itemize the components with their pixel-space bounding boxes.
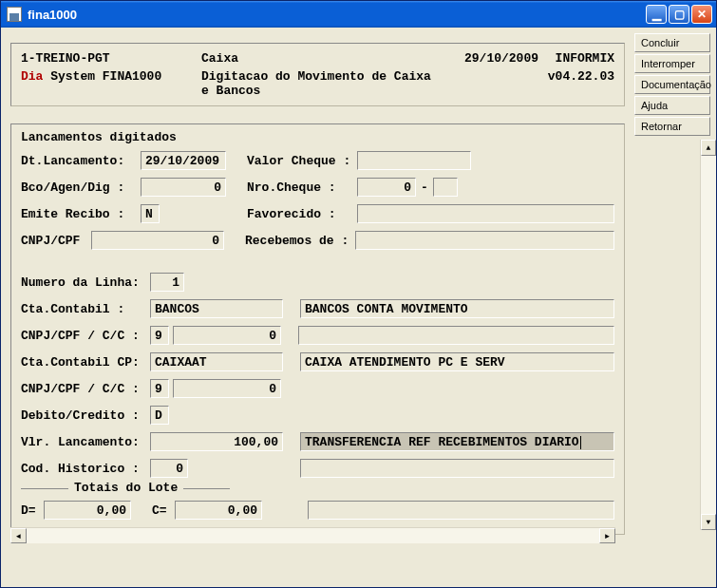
- desc-cod-historico: [300, 459, 614, 478]
- row-debito-credito: Debito/Credito : D: [21, 405, 614, 426]
- label-nro-cheque: Nro.Cheque :: [247, 180, 353, 195]
- desc-cta-contabil: BANCOS CONTA MOVIMENTO: [300, 299, 614, 318]
- scroll-right-button[interactable]: ►: [599, 528, 615, 543]
- row-cnpj-cpf: CNPJ/CPF 0 Recebemos de :: [21, 230, 614, 251]
- row-dt-lancamento: Dt.Lancamento: 29/10/2009 Valor Cheque :: [21, 150, 614, 171]
- label-numero-linha: Numero da Linha:: [21, 275, 146, 290]
- scroll-left-button[interactable]: ◄: [10, 528, 27, 543]
- scrollbar-horizontal[interactable]: ◄ ►: [10, 527, 615, 543]
- desc-extra: [308, 501, 614, 520]
- input-cod-historico[interactable]: 0: [150, 459, 188, 478]
- value-total-c: 0,00: [175, 501, 262, 520]
- concluir-button[interactable]: Concluir: [634, 33, 710, 52]
- vlr-lancamento-desc-text: TRANSFERENCIA REF RECEBIMENTOS DIARIO: [305, 435, 579, 449]
- row-numero-linha: Numero da Linha: 1: [21, 272, 614, 293]
- header-row-2: Dia System FINA1000 Digitacao do Movimen…: [21, 69, 614, 98]
- desc-cta-contabil-cp: CAIXA ATENDIMENTO PC E SERV: [300, 352, 614, 371]
- input-vlr-lancamento[interactable]: 100,00: [150, 432, 283, 451]
- label-c: C=: [152, 503, 171, 518]
- input-favorecido[interactable]: [357, 204, 614, 223]
- label-emite-recibo: Emite Recibo :: [21, 207, 137, 221]
- input-cnpj-cc2-a[interactable]: 9: [150, 379, 169, 398]
- input-cnpj-cc-b[interactable]: 0: [173, 326, 281, 345]
- header-spacer: [434, 69, 538, 98]
- input-dt-lancamento[interactable]: 29/10/2009: [141, 151, 226, 170]
- input-valor-cheque[interactable]: [357, 151, 471, 170]
- desc-cnpj-cc: [298, 326, 614, 345]
- titlebar: fina1000 ▁ ▢ ✕: [1, 1, 716, 28]
- window-title: fina1000: [28, 8, 646, 22]
- dia-label: Dia: [21, 69, 43, 84]
- header-date: 29/10/2009: [434, 51, 538, 66]
- input-debito-credito[interactable]: D: [150, 406, 169, 425]
- row-cnpj-cc: CNPJ/CPF / C/C : 9 0: [21, 325, 614, 346]
- scroll-v-track[interactable]: [701, 156, 716, 514]
- input-cnpj-cc2-b[interactable]: 0: [173, 379, 281, 398]
- label-cnpj-cc-2: CNPJ/CPF / C/C :: [21, 382, 146, 396]
- row-cta-contabil-cp: Cta.Contabil CP: CAIXAAT CAIXA ATENDIMEN…: [21, 351, 614, 372]
- row-cta-contabil: Cta.Contabil : BANCOS BANCOS CONTA MOVIM…: [21, 298, 614, 319]
- scrollbar-vertical[interactable]: ▲ ▼: [700, 140, 716, 530]
- input-nro-cheque[interactable]: 0: [357, 178, 416, 197]
- label-cnpj-cpf: CNPJ/CPF: [21, 234, 87, 248]
- header-row-1: 1-TREINO-PGT Caixa 29/10/2009 INFORMIX: [21, 51, 614, 66]
- close-button[interactable]: ✕: [691, 5, 712, 24]
- close-icon: ✕: [697, 8, 707, 21]
- scroll-h-track[interactable]: [27, 528, 599, 543]
- minimize-button[interactable]: ▁: [646, 5, 667, 24]
- header-version: v04.22.03: [538, 69, 614, 98]
- input-bco-agen[interactable]: 0: [141, 178, 226, 197]
- row-bco-agen: Bco/Agen/Dig : 0 Nro.Cheque : 0 -: [21, 177, 614, 198]
- window-buttons: ▁ ▢ ✕: [646, 5, 712, 24]
- label-bco-agen: Bco/Agen/Dig :: [21, 180, 137, 195]
- label-totais-lote: Totais do Lote: [68, 481, 183, 495]
- value-total-d: 0,00: [44, 501, 131, 520]
- row-cnpj-cc-2: CNPJ/CPF / C/C : 9 0: [21, 378, 614, 399]
- maximize-icon: ▢: [674, 8, 685, 21]
- header-context: 1-TREINO-PGT: [21, 51, 201, 66]
- documentacao-button[interactable]: Documentação: [634, 75, 710, 94]
- label-cod-historico: Cod. Historico :: [21, 462, 146, 476]
- row-emite-recibo: Emite Recibo : N Favorecido :: [21, 203, 614, 224]
- scroll-up-button[interactable]: ▲: [701, 140, 716, 156]
- text-caret: [580, 436, 581, 449]
- header-description: Digitacao do Movimento de Caixa e Bancos: [201, 69, 434, 98]
- header-box: 1-TREINO-PGT Caixa 29/10/2009 INFORMIX D…: [10, 43, 625, 106]
- label-cta-contabil-cp: Cta.Contabil CP:: [21, 355, 146, 370]
- input-vlr-lancamento-desc[interactable]: TRANSFERENCIA REF RECEBIMENTOS DIARIO: [300, 432, 614, 451]
- form-rows: Dt.Lancamento: 29/10/2009 Valor Cheque :…: [21, 150, 614, 521]
- nro-cheque-dash: -: [420, 180, 429, 195]
- label-dt-lancamento: Dt.Lancamento:: [21, 154, 137, 168]
- header-module: Caixa: [201, 51, 434, 66]
- form-box: Lancamentos digitados Dt.Lancamento: 29/…: [10, 123, 625, 535]
- label-cta-contabil: Cta.Contabil :: [21, 302, 146, 316]
- input-cnpj-cc-a[interactable]: 9: [150, 326, 169, 345]
- app-icon: [7, 7, 22, 22]
- ajuda-button[interactable]: Ajuda: [634, 96, 710, 115]
- main-panel: 1-TREINO-PGT Caixa 29/10/2009 INFORMIX D…: [1, 28, 634, 587]
- system-label: System FINA1000: [43, 69, 161, 84]
- row-totais: D= 0,00 C= 0,00: [21, 500, 614, 521]
- label-debito-credito: Debito/Credito :: [21, 408, 146, 423]
- label-recebemos-de: Recebemos de :: [245, 234, 351, 248]
- input-nro-cheque-suf[interactable]: [433, 178, 458, 197]
- input-cta-contabil-cp[interactable]: CAIXAAT: [150, 352, 283, 371]
- input-emite-recibo[interactable]: N: [141, 204, 160, 223]
- input-cta-contabil[interactable]: BANCOS: [150, 299, 283, 318]
- header-system: Dia System FINA1000: [21, 69, 201, 98]
- minimize-icon: ▁: [652, 8, 661, 21]
- label-cnpj-cc: CNPJ/CPF / C/C :: [21, 329, 146, 343]
- input-cnpj-cpf[interactable]: 0: [91, 231, 224, 250]
- input-recebemos-de[interactable]: [355, 231, 614, 250]
- row-cod-historico: Cod. Historico : 0: [21, 458, 614, 479]
- label-valor-cheque: Valor Cheque :: [247, 154, 353, 168]
- label-favorecido: Favorecido :: [247, 207, 353, 221]
- window: fina1000 ▁ ▢ ✕ 1-TREINO-PGT Caixa 29/10/…: [0, 0, 717, 588]
- scroll-down-button[interactable]: ▼: [701, 514, 716, 530]
- label-vlr-lancamento: Vlr. Lancamento:: [21, 435, 146, 449]
- label-d: D=: [21, 503, 40, 518]
- input-numero-linha[interactable]: 1: [150, 273, 184, 292]
- interromper-button[interactable]: Interromper: [634, 54, 710, 73]
- retornar-button[interactable]: Retornar: [634, 117, 710, 136]
- maximize-button[interactable]: ▢: [669, 5, 689, 24]
